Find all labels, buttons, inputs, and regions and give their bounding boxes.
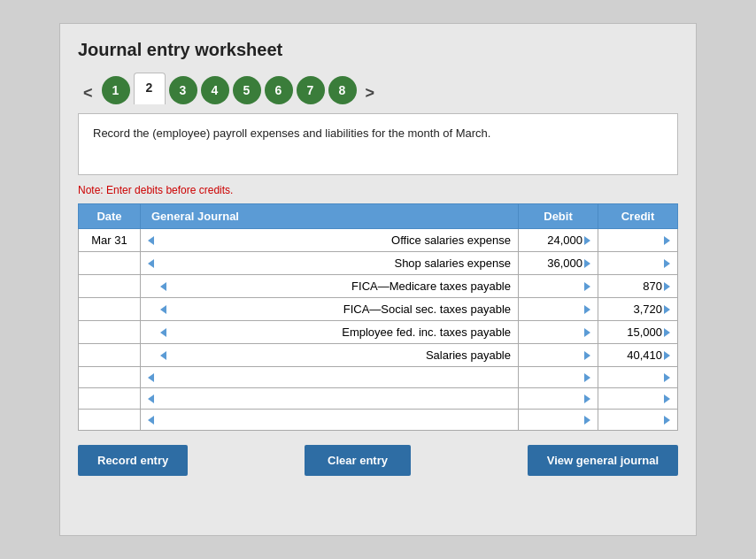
table-row-date-1	[79, 252, 141, 275]
table-row-journal-4[interactable]: Employee fed. inc. taxes payable	[141, 321, 519, 344]
table-row-journal-8[interactable]	[141, 410, 519, 431]
header-date: Date	[79, 204, 141, 229]
table-row-date-6	[79, 367, 141, 388]
page-title: Journal entry worksheet	[78, 40, 678, 60]
header-journal: General Journal	[141, 204, 519, 229]
worksheet-container: Journal entry worksheet < 1 2 3 4 5 6 7 …	[59, 23, 697, 536]
triangle-right-debit-icon	[584, 305, 590, 314]
triangle-left-icon	[148, 259, 154, 268]
instruction-text: Record the (employee) payroll expenses a…	[93, 126, 490, 140]
table-row-journal-7[interactable]	[141, 388, 519, 410]
triangle-right-credit-icon	[664, 351, 670, 360]
triangle-right-credit-icon	[664, 282, 670, 291]
tab-5[interactable]: 5	[233, 76, 261, 104]
triangle-right-debit-icon	[584, 416, 590, 425]
table-row-credit-5[interactable]: 40,410	[598, 344, 678, 367]
triangle-left-icon	[160, 351, 166, 360]
triangle-right-debit-icon	[584, 282, 590, 291]
note-text: Note: Enter debits before credits.	[78, 184, 678, 196]
table-row-debit-7[interactable]	[519, 388, 598, 410]
clear-entry-button[interactable]: Clear entry	[305, 445, 411, 476]
header-debit: Debit	[519, 204, 598, 229]
tabs-row: < 1 2 3 4 5 6 7 8 >	[78, 73, 678, 104]
triangle-right-credit-icon	[664, 394, 670, 403]
triangle-right-credit-icon	[664, 259, 670, 268]
tab-2-active[interactable]: 2	[134, 73, 166, 104]
instruction-box: Record the (employee) payroll expenses a…	[78, 113, 678, 175]
table-row-journal-3[interactable]: FICA—Social sec. taxes payable	[141, 298, 519, 321]
triangle-right-debit-icon	[584, 373, 590, 382]
triangle-left-icon	[160, 328, 166, 337]
triangle-right-credit-icon	[664, 305, 670, 314]
table-row-debit-4[interactable]	[519, 321, 598, 344]
triangle-left-icon	[148, 394, 154, 403]
table-row-date-4	[79, 321, 141, 344]
triangle-right-debit-icon	[584, 351, 590, 360]
view-general-journal-button[interactable]: View general journal	[528, 445, 678, 476]
triangle-right-credit-icon	[664, 416, 670, 425]
triangle-right-debit-icon	[584, 236, 590, 245]
table-row-debit-8[interactable]	[519, 410, 598, 431]
triangle-right-debit-icon	[584, 394, 590, 403]
table-row-debit-5[interactable]	[519, 344, 598, 367]
table-row-date-8	[79, 410, 141, 431]
header-credit: Credit	[598, 204, 678, 229]
table-row-date-3	[79, 298, 141, 321]
prev-arrow[interactable]: <	[78, 81, 98, 104]
table-row-date-2	[79, 275, 141, 298]
triangle-right-debit-icon	[584, 259, 590, 268]
table-row-credit-6[interactable]	[598, 367, 678, 388]
table-row-debit-0[interactable]: 24,000	[519, 229, 598, 252]
table-row-credit-3[interactable]: 3,720	[598, 298, 678, 321]
table-row-journal-0[interactable]: Office salaries expense	[141, 229, 519, 252]
table-row-credit-0[interactable]	[598, 229, 678, 252]
table-row-credit-8[interactable]	[598, 410, 678, 431]
triangle-left-icon	[160, 282, 166, 291]
buttons-row: Record entry Clear entry View general jo…	[78, 445, 678, 476]
triangle-right-credit-icon	[664, 236, 670, 245]
tab-1[interactable]: 1	[102, 76, 130, 104]
table-row-credit-2[interactable]: 870	[598, 275, 678, 298]
table-row-credit-4[interactable]: 15,000	[598, 321, 678, 344]
next-arrow[interactable]: >	[360, 81, 381, 104]
table-row-journal-1[interactable]: Shop salaries expense	[141, 252, 519, 275]
triangle-left-icon	[148, 416, 154, 425]
triangle-left-icon	[160, 305, 166, 314]
table-row-date-0: Mar 31	[79, 229, 141, 252]
tab-4[interactable]: 4	[201, 76, 229, 104]
table-row-credit-7[interactable]	[598, 388, 678, 410]
tab-7[interactable]: 7	[297, 76, 325, 104]
triangle-right-credit-icon	[664, 328, 670, 337]
table-row-journal-2[interactable]: FICA—Medicare taxes payable	[141, 275, 519, 298]
journal-table: Date General Journal Debit Credit Mar 31…	[78, 203, 678, 431]
table-row-date-7	[79, 388, 141, 410]
triangle-left-icon	[148, 236, 154, 245]
triangle-right-debit-icon	[584, 328, 590, 337]
record-entry-button[interactable]: Record entry	[78, 445, 188, 476]
table-row-debit-2[interactable]	[519, 275, 598, 298]
triangle-left-icon	[148, 373, 154, 382]
table-row-debit-3[interactable]	[519, 298, 598, 321]
table-row-date-5	[79, 344, 141, 367]
table-row-journal-6[interactable]	[141, 367, 519, 388]
table-row-debit-1[interactable]: 36,000	[519, 252, 598, 275]
table-row-journal-5[interactable]: Salaries payable	[141, 344, 519, 367]
tab-3[interactable]: 3	[169, 76, 197, 104]
triangle-right-credit-icon	[664, 373, 670, 382]
table-row-debit-6[interactable]	[519, 367, 598, 388]
table-row-credit-1[interactable]	[598, 252, 678, 275]
tab-8[interactable]: 8	[328, 76, 357, 104]
tab-6[interactable]: 6	[265, 76, 293, 104]
